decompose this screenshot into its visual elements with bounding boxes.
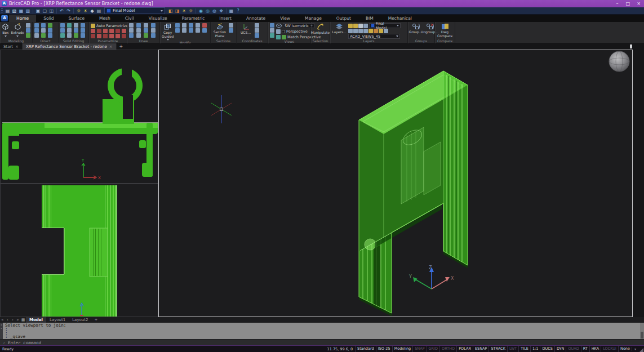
toggle-lwt[interactable]: LWT: [507, 346, 518, 352]
ungroup-button[interactable]: Ungroup...: [423, 23, 436, 34]
tool-icon[interactable]: [129, 23, 134, 28]
tool-icon[interactable]: [374, 29, 378, 33]
tool-icon[interactable]: [109, 29, 114, 33]
print-preview-icon[interactable]: ▢: [42, 8, 48, 14]
tool-icon[interactable]: [67, 23, 72, 28]
separator[interactable]: [196, 8, 196, 14]
tool-icon[interactable]: [144, 33, 148, 38]
ribbon-tab[interactable]: Visualize: [141, 15, 175, 22]
tool-icon[interactable]: [41, 33, 46, 38]
toggle-polar[interactable]: POLAR: [456, 346, 473, 352]
tool-icon[interactable]: [26, 28, 30, 33]
tool-icon[interactable]: [229, 28, 233, 33]
layout-tab[interactable]: Layout1: [46, 317, 69, 323]
open-file-icon[interactable]: ▧: [11, 8, 17, 14]
separator[interactable]: [56, 8, 57, 14]
tool-icon[interactable]: [48, 23, 52, 28]
tool-icon[interactable]: [353, 24, 358, 28]
ucs-button[interactable]: UCS...: [238, 23, 253, 35]
ribbon-tab[interactable]: Output: [329, 15, 358, 22]
new-document-button[interactable]: +: [117, 43, 126, 50]
view-preset-select[interactable]: SW Isometric: [283, 23, 314, 28]
tool-icon[interactable]: [379, 29, 383, 33]
tool-icon[interactable]: [67, 28, 72, 33]
layer-freeze-icon[interactable]: ☀: [82, 8, 88, 14]
checkbox[interactable]: [282, 30, 285, 33]
ribbon-tab[interactable]: Solid: [36, 15, 61, 22]
tool-icon[interactable]: [151, 23, 156, 28]
copy-guided-button[interactable]: Copy Guided: [162, 23, 174, 41]
toggle-scale[interactable]: 1:1: [530, 346, 540, 352]
first-layout-button[interactable]: «: [0, 318, 5, 322]
tool-icon[interactable]: [129, 28, 134, 33]
tool-icon[interactable]: [81, 28, 85, 33]
tool-icon[interactable]: [74, 23, 78, 28]
toggle-standard[interactable]: Standard: [355, 346, 376, 352]
publish-icon[interactable]: ◫: [48, 8, 55, 14]
tool-icon[interactable]: [97, 29, 101, 33]
status-coordinates[interactable]: 11.75, 99.6, 0: [325, 347, 355, 351]
tool-icon[interactable]: [270, 33, 274, 38]
ribbon-tab[interactable]: Manage: [297, 15, 329, 22]
auto-parametrize-button[interactable]: Auto Parametrize: [91, 23, 128, 28]
tool-icon[interactable]: [368, 29, 373, 33]
tool-icon[interactable]: [255, 23, 259, 28]
tool-icon[interactable]: [34, 23, 39, 28]
tool-icon[interactable]: [81, 33, 85, 38]
toggle-hka[interactable]: HKA: [589, 346, 601, 352]
toggle-tile[interactable]: TILE: [518, 346, 530, 352]
tool-icon[interactable]: [196, 23, 200, 28]
toggle-rt[interactable]: RT: [581, 346, 589, 352]
previous-layout-button[interactable]: ‹: [5, 318, 10, 322]
tool-icon[interactable]: [26, 23, 30, 28]
close-icon[interactable]: ×: [15, 44, 19, 49]
tool-icon[interactable]: [48, 33, 52, 38]
lights-icon[interactable]: ☀: [181, 8, 187, 14]
ribbon-tab[interactable]: Parametric: [175, 15, 212, 22]
view-record-icon[interactable]: ▦: [228, 8, 234, 14]
tool-icon[interactable]: [270, 23, 274, 28]
tool-icon[interactable]: [270, 28, 274, 33]
layout-tab[interactable]: Model: [26, 317, 46, 323]
tool-icon[interactable]: [358, 29, 363, 33]
render-icon[interactable]: ◧: [167, 8, 174, 14]
toggle-ducs[interactable]: DUCS: [540, 346, 554, 352]
tool-icon[interactable]: [60, 28, 65, 33]
tool-icon[interactable]: [91, 34, 95, 38]
resize-grip[interactable]: [639, 348, 643, 352]
views-layer-select[interactable]: ACAD_VIEWS_45: [348, 34, 400, 39]
tool-icon[interactable]: [136, 28, 141, 33]
layout-grid-icon[interactable]: ▦: [20, 318, 26, 322]
ribbon-tab[interactable]: Insert: [212, 15, 239, 22]
tool-icon[interactable]: [196, 28, 200, 33]
ribbon-tab[interactable]: Civil: [118, 15, 141, 22]
ribbon-tab[interactable]: Home: [9, 15, 36, 22]
tool-icon[interactable]: [182, 28, 186, 33]
tool-icon[interactable]: [48, 28, 52, 33]
close-button[interactable]: ×: [633, 0, 644, 7]
manipulate-button[interactable]: Manipulate: [312, 23, 329, 35]
last-layout-button[interactable]: »: [15, 318, 20, 322]
toggle-snap[interactable]: SNAP: [412, 346, 426, 352]
separator[interactable]: [73, 8, 74, 14]
tool-icon[interactable]: [189, 28, 193, 33]
tool-icon[interactable]: [109, 34, 114, 38]
box-button[interactable]: Box: [2, 23, 10, 37]
tool-icon[interactable]: [41, 23, 46, 28]
tool-icon[interactable]: [353, 29, 358, 33]
status-overflow-caret[interactable]: ▾: [632, 347, 638, 351]
tool-icon[interactable]: [60, 23, 65, 28]
tool-icon[interactable]: [182, 23, 186, 28]
close-icon[interactable]: ×: [109, 44, 113, 49]
tool-icon[interactable]: [129, 33, 134, 38]
separator[interactable]: [226, 8, 226, 14]
new-file-icon[interactable]: ▤: [5, 8, 11, 14]
tool-icon[interactable]: [116, 29, 120, 33]
tool-icon[interactable]: [103, 29, 108, 33]
layer-plot-icon[interactable]: ▤: [96, 8, 102, 14]
layer-lock-icon[interactable]: ◆: [89, 8, 95, 14]
tool-icon[interactable]: [151, 28, 156, 33]
tool-icon[interactable]: [122, 29, 126, 33]
ribbon-tab[interactable]: Mesh: [92, 15, 118, 22]
layer-select[interactable]: Final Model: [369, 23, 401, 28]
